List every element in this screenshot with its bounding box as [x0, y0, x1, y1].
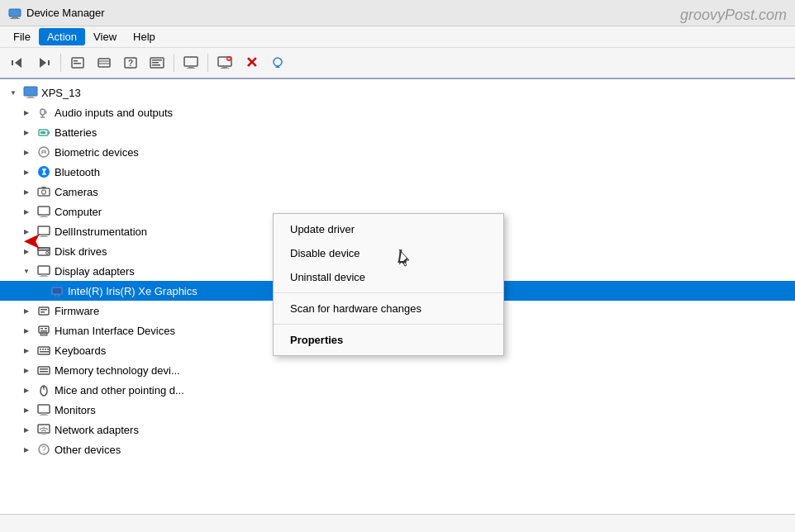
- tree-item-mice[interactable]: ▶ Mice and other pointing d...: [0, 380, 795, 400]
- tree-item-audio[interactable]: ▶ Audio inputs and outputs: [0, 102, 795, 122]
- svg-rect-32: [40, 109, 45, 115]
- icon-network: [36, 422, 51, 437]
- tree-label-bluetooth: Bluetooth: [55, 166, 100, 178]
- chevron-memory: ▶: [20, 363, 33, 377]
- menu-bar: File Action View Help: [0, 26, 795, 48]
- svg-rect-19: [184, 57, 198, 66]
- tree-label-audio: Audio inputs and outputs: [55, 107, 173, 119]
- svg-rect-21: [187, 68, 195, 69]
- chevron-mice: ▶: [20, 383, 33, 397]
- svg-rect-66: [40, 330, 47, 332]
- tree-item-batteries[interactable]: ▶ Batteries: [0, 122, 795, 142]
- tree-label-monitors: Monitors: [55, 404, 96, 416]
- list-view-button[interactable]: [92, 51, 117, 74]
- tree-item-other[interactable]: ▶ ? Other devices: [0, 439, 795, 459]
- svg-rect-18: [152, 64, 160, 66]
- svg-rect-68: [40, 349, 41, 350]
- svg-rect-46: [38, 226, 50, 235]
- svg-rect-8: [74, 60, 78, 62]
- chevron-gpu: [33, 284, 46, 297]
- svg-rect-50: [38, 248, 50, 250]
- help-button[interactable]: ?: [118, 51, 143, 74]
- svg-rect-30: [28, 96, 33, 97]
- chevron-firmware: ▶: [20, 304, 33, 317]
- svg-rect-48: [40, 236, 48, 237]
- icon-gpu: [50, 283, 64, 298]
- properties-view-button[interactable]: [65, 51, 90, 74]
- tree-label-mice: Mice and other pointing d...: [55, 384, 184, 397]
- svg-rect-60: [40, 309, 47, 311]
- status-bar: [0, 514, 795, 532]
- svg-rect-47: [41, 235, 46, 236]
- svg-rect-42: [41, 187, 46, 188]
- tree-item-cameras[interactable]: ▶ Cameras: [0, 182, 795, 202]
- forward-button[interactable]: [31, 51, 56, 74]
- toolbar-sep-3: [207, 54, 208, 72]
- svg-point-41: [42, 190, 46, 194]
- menu-file[interactable]: File: [5, 28, 39, 45]
- ctx-scan-hardware[interactable]: Scan for hardware changes: [274, 297, 503, 321]
- chevron-disk: ▶: [20, 245, 33, 258]
- title-bar: Device Manager groovyPost.com: [0, 0, 795, 26]
- svg-rect-53: [41, 274, 46, 276]
- svg-rect-45: [40, 216, 48, 217]
- svg-rect-76: [40, 368, 48, 370]
- icon-computer2: [36, 204, 51, 219]
- svg-rect-62: [39, 326, 49, 333]
- disable-button[interactable]: [212, 51, 237, 74]
- chevron-network: ▶: [20, 423, 33, 436]
- chevron-hid: ▶: [20, 324, 33, 337]
- ctx-uninstall-device[interactable]: Uninstall device: [274, 265, 503, 289]
- svg-rect-56: [53, 288, 61, 293]
- ctx-disable-device[interactable]: Disable device: [274, 241, 503, 265]
- tree-label-batteries: Batteries: [55, 126, 97, 139]
- tree-item-root[interactable]: ▼ XPS_13: [0, 83, 795, 102]
- ctx-properties[interactable]: Properties: [274, 328, 503, 352]
- svg-rect-64: [40, 328, 43, 330]
- svg-rect-44: [41, 215, 46, 216]
- svg-text:?: ?: [128, 59, 133, 68]
- svg-rect-31: [26, 97, 35, 98]
- back-button[interactable]: [5, 51, 30, 74]
- app-title: Device Manager: [26, 7, 105, 19]
- svg-rect-70: [45, 349, 46, 350]
- icon-hid: [36, 323, 51, 338]
- uninstall-button[interactable]: ✕: [239, 51, 264, 74]
- tree-item-biometric[interactable]: ▶ Biometric devices: [0, 142, 795, 162]
- tree-item-memory[interactable]: ▶ Memory technology devi...: [0, 360, 795, 380]
- chevron-keyboards: ▶: [20, 344, 33, 357]
- menu-help[interactable]: Help: [125, 28, 164, 45]
- svg-rect-59: [39, 307, 49, 315]
- tree-item-monitors[interactable]: ▶ Monitors: [0, 400, 795, 420]
- svg-marker-3: [15, 58, 21, 68]
- chevron-biometric: ▶: [20, 145, 33, 159]
- detail-button[interactable]: [145, 51, 169, 74]
- ctx-separator-1: [274, 292, 503, 293]
- tree-label-keyboards: Keyboards: [55, 344, 106, 357]
- scan-button[interactable]: [265, 51, 290, 74]
- tree-label-dell: DellInstrumentation: [55, 226, 147, 238]
- svg-rect-17: [152, 62, 159, 64]
- icon-mice: [36, 382, 51, 397]
- ctx-update-driver[interactable]: Update driver: [274, 217, 503, 241]
- svg-rect-54: [40, 276, 48, 277]
- chevron-computer: ▶: [20, 205, 33, 218]
- monitor-button[interactable]: [179, 51, 203, 74]
- context-menu: Update driver Disable device Uninstall d…: [273, 213, 504, 356]
- chevron-cameras: ▶: [20, 185, 33, 198]
- icon-biometric: [36, 145, 51, 159]
- icon-computer: [23, 85, 38, 100]
- svg-rect-83: [40, 415, 48, 416]
- tree-item-bluetooth[interactable]: ▶ Bluetooth: [0, 162, 795, 182]
- chevron-display: ▼: [20, 264, 33, 278]
- svg-rect-16: [152, 59, 162, 61]
- svg-point-51: [46, 252, 49, 254]
- menu-action[interactable]: Action: [39, 28, 85, 45]
- svg-rect-20: [188, 66, 193, 68]
- tree-item-network[interactable]: ▶ Network adapters: [0, 420, 795, 439]
- svg-marker-5: [40, 58, 46, 68]
- icon-bluetooth: [36, 164, 51, 179]
- tree-label-computer: Computer: [55, 206, 102, 218]
- menu-view[interactable]: View: [85, 28, 125, 45]
- tree-label-memory: Memory technology devi...: [55, 364, 180, 377]
